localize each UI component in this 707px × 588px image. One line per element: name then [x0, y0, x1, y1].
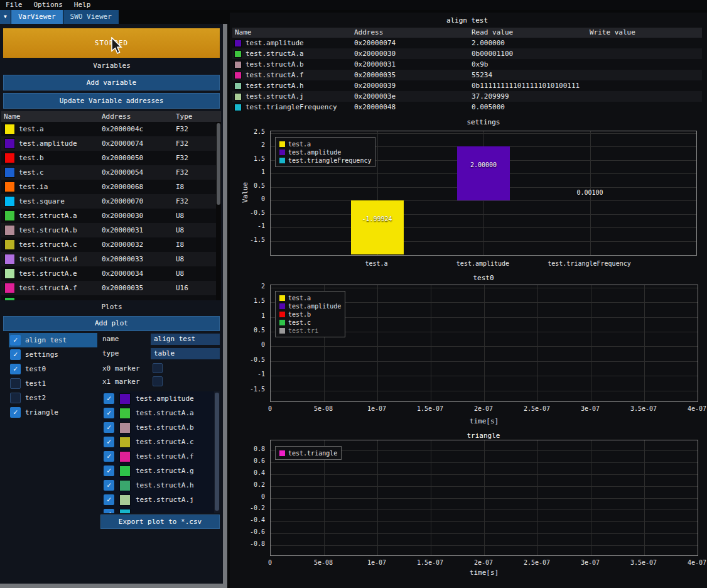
checkbox[interactable]: ✓	[10, 335, 21, 346]
variable-name-cell: test.a	[1, 122, 99, 136]
table-row[interactable]: test.structA.b0x200000310x9b	[232, 59, 702, 70]
plot-list-item[interactable]: ✓align test	[9, 333, 97, 347]
variable-type: U16	[173, 281, 216, 295]
table-row[interactable]: test.structA.j0x2000003e37.209999	[232, 91, 702, 102]
scrollbar-thumb[interactable]	[217, 123, 220, 205]
menu-help[interactable]: Help	[68, 0, 97, 10]
series-item[interactable]: ✓test.structA.j	[100, 493, 220, 507]
variable-row[interactable]: test.a0x2000004cF32	[1, 122, 221, 136]
filter-icon[interactable]: ▼	[0, 10, 11, 24]
plot-list-item[interactable]: test1	[9, 376, 97, 391]
plot-type-input[interactable]: table	[151, 348, 220, 359]
variable-address: 0x20000050	[99, 151, 173, 165]
checkbox[interactable]: ✓	[10, 349, 21, 360]
write-value-cell[interactable]	[587, 59, 702, 70]
write-value-cell[interactable]	[587, 80, 702, 91]
series-item[interactable]: ✓test.structA.f	[100, 449, 220, 464]
write-value-cell[interactable]	[587, 91, 702, 102]
table-row[interactable]: test.structA.f0x2000003555234	[232, 70, 702, 80]
series-list-scrollbar[interactable]	[214, 391, 220, 513]
x0-marker-checkbox[interactable]	[153, 363, 163, 373]
read-value-cell: 37.209999	[469, 91, 587, 102]
variables-table-scrollbar[interactable]	[216, 122, 221, 300]
sidebar-horizontal-scrollbar[interactable]	[0, 584, 223, 588]
update-addresses-button[interactable]: Update Variable addresses	[3, 93, 220, 109]
checkbox[interactable]	[10, 378, 21, 389]
variable-name-cell: test.structA.h	[232, 80, 352, 91]
x1-marker-checkbox[interactable]	[153, 376, 163, 386]
plot-name-input[interactable]: align test	[151, 334, 220, 345]
checkbox[interactable]: ✓	[104, 494, 114, 505]
plot-list-item[interactable]: ✓triangle	[9, 405, 97, 420]
checkbox[interactable]	[10, 393, 21, 403]
legend-swatch	[279, 141, 285, 147]
variable-type: F32	[173, 194, 216, 209]
table-row[interactable]: test.structA.h0x200000390b11111111101111…	[232, 80, 702, 91]
write-value-cell[interactable]	[587, 38, 702, 48]
legend-entry: test.b	[279, 310, 341, 318]
series-item[interactable]: ✓test.structA.g	[100, 464, 220, 478]
variable-row[interactable]: test.structA.d0x20000033U8	[1, 252, 221, 266]
write-value-cell[interactable]	[587, 70, 702, 80]
checkbox[interactable]: ✓	[104, 509, 114, 513]
checkbox[interactable]: ✓	[104, 480, 114, 491]
legend-swatch	[279, 328, 285, 334]
variable-row[interactable]: test.amplitude0x20000074F32	[1, 136, 221, 151]
series-item[interactable]: ✓	[100, 507, 220, 513]
export-csv-button[interactable]: Export plot to *.csv	[100, 514, 220, 529]
table-row[interactable]: test.structA.a0x200000300b00001100	[232, 48, 702, 59]
variable-row[interactable]: test.structA.a0x20000030U8	[1, 209, 221, 223]
plot-list-item[interactable]: test2	[9, 391, 97, 405]
x-tick-label: 5e-08	[298, 559, 348, 566]
variable-row[interactable]	[1, 295, 221, 300]
x-tick-label: 3e-07	[565, 405, 615, 412]
checkbox[interactable]: ✓	[104, 422, 114, 433]
plot-list-item[interactable]: ✓settings	[9, 347, 97, 362]
tab-varviewer[interactable]: VarViewer	[11, 10, 63, 24]
plot-name: test0	[25, 362, 46, 376]
menu-options[interactable]: Options	[28, 0, 68, 10]
variable-row[interactable]: test.c0x20000054F32	[1, 165, 221, 180]
variable-row[interactable]: test.structA.b0x20000031U8	[1, 223, 221, 237]
x-tick-label: 1.5e-07	[405, 559, 455, 566]
x1-marker-label: x1 marker	[102, 376, 140, 388]
test0-chart: test0 time[s] 21.510.50-0.5-1-1.505e-081…	[230, 271, 707, 427]
checkbox[interactable]: ✓	[104, 393, 114, 404]
add-plot-button[interactable]: Add plot	[3, 316, 220, 331]
variable-row[interactable]: test.b0x20000050F32	[1, 151, 221, 165]
table-row[interactable]: test.triangleFrequency0x200000480.005000	[232, 102, 702, 112]
chart-title: settings	[270, 118, 697, 126]
write-value-cell[interactable]	[587, 48, 702, 59]
variable-name: test.structA.h	[246, 82, 304, 90]
series-name: test.structA.j	[136, 493, 194, 507]
header-write-value: Write value	[587, 28, 702, 38]
variable-row[interactable]: test.structA.c0x20000032I8	[1, 237, 221, 252]
checkbox[interactable]: ✓	[104, 451, 114, 462]
menu-file[interactable]: File	[0, 0, 28, 10]
series-item[interactable]: ✓test.structA.b	[100, 420, 220, 435]
sidebar-vertical-scrollbar[interactable]	[223, 24, 227, 588]
tab-swo-viewer[interactable]: SWO Viewer	[63, 10, 119, 24]
table-row[interactable]: test.amplitude0x200000742.000000	[232, 38, 702, 48]
series-item[interactable]: ✓test.structA.h	[100, 478, 220, 493]
variable-name: test.structA.f	[19, 284, 77, 292]
plot-list-item[interactable]: ✓test0	[9, 362, 97, 376]
write-value-cell[interactable]	[587, 102, 702, 112]
variable-row[interactable]: test.square0x20000070F32	[1, 194, 221, 209]
gridline	[431, 285, 431, 401]
series-item[interactable]: ✓test.structA.c	[100, 435, 220, 449]
scrollbar-thumb[interactable]	[215, 393, 219, 511]
checkbox[interactable]: ✓	[104, 408, 114, 418]
legend-label: test.a	[288, 295, 311, 302]
checkbox[interactable]: ✓	[104, 437, 114, 447]
variable-row[interactable]: test.ia0x20000068I8	[1, 180, 221, 194]
series-item[interactable]: ✓test.structA.a	[100, 406, 220, 420]
add-variable-button[interactable]: Add variable	[3, 75, 220, 90]
variable-row[interactable]: test.structA.f0x20000035U16	[1, 281, 221, 295]
checkbox[interactable]: ✓	[10, 407, 21, 418]
checkbox[interactable]: ✓	[104, 466, 114, 476]
checkbox[interactable]: ✓	[10, 364, 21, 374]
color-swatch	[120, 481, 130, 491]
variable-row[interactable]: test.structA.e0x20000034U8	[1, 266, 221, 281]
series-item[interactable]: ✓test.amplitude	[100, 391, 220, 406]
